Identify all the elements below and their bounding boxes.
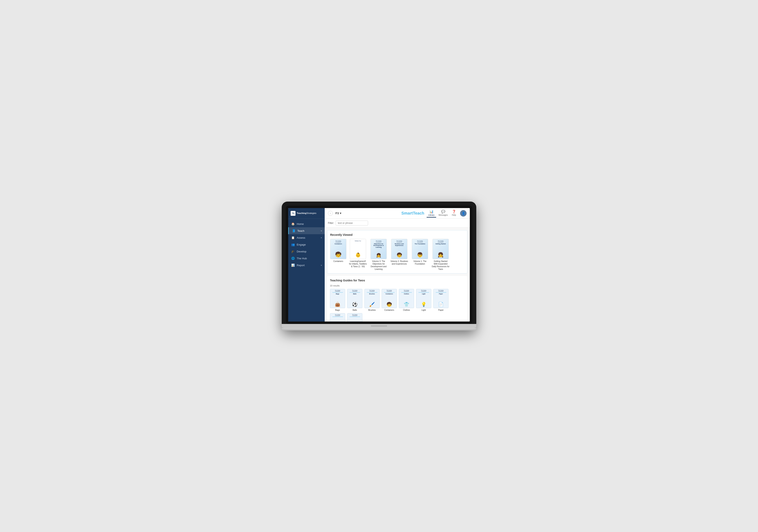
teaching-label: Balls — [353, 309, 357, 311]
teaching-book-bags[interactable]: The CreativeCurriculum® Bags 👜 Bags — [330, 289, 345, 311]
messages-action[interactable]: 💬 Messages — [437, 209, 450, 217]
book-label: Volume 3: The Objectives for Development… — [369, 260, 388, 271]
book-label: LearningGames® for Infants, Toddlers & T… — [349, 260, 367, 268]
teaching-book-more2[interactable]: The CreativeCurriculum® — [347, 313, 362, 321]
teaching-label: Light — [422, 309, 426, 311]
screen: TS TeachingStrategies 🏠 Home 📘 Teach ▾ — [288, 208, 470, 321]
messages-icon: 💬 — [441, 210, 445, 214]
book-item-containers[interactable]: The CreativeCurriculum® Containers 🧒 Con… — [330, 239, 346, 271]
teaching-book-more1[interactable]: The CreativeCurriculum® — [330, 313, 345, 321]
sidebar-item-home[interactable]: 🏠 Home — [288, 220, 325, 227]
sidebar-item-thehub[interactable]: 🌐 The Hub — [288, 255, 325, 262]
avatar[interactable]: 👤 — [460, 210, 466, 216]
sidebar-item-teach[interactable]: 📘 Teach ▾ — [288, 227, 325, 234]
brand-teach: Teach — [413, 211, 424, 216]
laptop-base — [282, 328, 476, 330]
book-item-volume2[interactable]: The CreativeCurriculum® Routines and Exp… — [390, 239, 408, 271]
collapse-icon: ‹ — [330, 212, 330, 214]
recently-viewed-section: Recently Viewed The CreativeCurriculum® … — [327, 230, 467, 274]
chevron-down-icon: ▾ — [321, 264, 322, 266]
topbar: ‹ IT2 ▾ SmartTeach 📊 Library — [325, 208, 470, 218]
recently-viewed-title: Recently Viewed — [330, 233, 464, 236]
teaching-book-clothes[interactable]: The CreativeCurriculum® Clothes 👕 Clothe… — [399, 289, 414, 311]
teaching-cover: The CreativeCurriculum® — [347, 313, 362, 321]
library-action[interactable]: 📊 Library — [427, 209, 436, 217]
teaching-book-paper[interactable]: The CreativeCurriculum® Paper 📄 Paper — [433, 289, 449, 311]
screen-bezel: TS TeachingStrategies 🏠 Home 📘 Teach ▾ — [286, 206, 472, 324]
sidebar-item-label: Teach — [297, 229, 304, 232]
messages-label: Messages — [438, 214, 448, 216]
sidebar-item-report[interactable]: 📊 Report ▾ — [288, 262, 325, 269]
chevron-down-icon: ▾ — [321, 230, 322, 232]
chevron-down-icon: ▾ — [321, 237, 322, 239]
teaching-label: Paper — [438, 309, 444, 311]
laptop-bottom — [282, 324, 476, 328]
teaching-guides-section: Teaching Guides for Twos 10 results The … — [327, 276, 467, 321]
teaching-cover: The CreativeCurriculum® Clothes 👕 — [399, 289, 414, 308]
laptop-frame: TS TeachingStrategies 🏠 Home 📘 Teach ▾ — [282, 202, 476, 330]
home-icon: 🏠 — [291, 222, 295, 225]
content-area: Recently Viewed The CreativeCurriculum® … — [325, 228, 470, 321]
book-cover: The CreativeCurriculum® The Foundation 👦 — [412, 239, 428, 259]
book-item-gettingstarted[interactable]: The CreativeCurriculum® Getting Started … — [431, 239, 450, 271]
engage-icon: 👥 — [291, 243, 295, 246]
brand-smart: Smart — [401, 211, 413, 216]
sidebar-item-label: Report — [297, 264, 305, 267]
collapse-button[interactable]: ‹ — [328, 211, 333, 216]
book-cover: The CreativeCurriculum® Routines and Exp… — [391, 239, 407, 259]
recently-viewed-books: The CreativeCurriculum® Containers 🧒 Con… — [330, 239, 464, 271]
report-icon: 📊 — [291, 264, 295, 267]
sidebar: TS TeachingStrategies 🏠 Home 📘 Teach ▾ — [288, 208, 325, 321]
teaching-cover: The CreativeCurriculum® Containers 🧒 — [382, 289, 397, 308]
teaching-cover: The CreativeCurriculum® Paper 📄 — [433, 289, 449, 308]
org-selector[interactable]: IT2 ▾ — [335, 212, 341, 215]
sidebar-item-label: Home — [297, 222, 304, 225]
book-item-learninggames[interactable]: Building Trust 👶 LearningGames® for Infa… — [349, 239, 367, 271]
book-item-volume3[interactable]: The CreativeCurriculum® Objectives for D… — [369, 239, 388, 271]
book-label: Containers — [333, 260, 343, 263]
book-cover: The CreativeCurriculum® Getting Started … — [432, 239, 449, 259]
topbar-actions: 📊 Library 💬 Messages ❓ Help — [427, 209, 458, 217]
book-cover: The CreativeCurriculum® Containers 🧒 — [330, 239, 346, 259]
library-icon: 📊 — [430, 210, 433, 214]
teaching-label: Containers — [384, 309, 394, 311]
filter-input[interactable] — [336, 220, 368, 225]
filter-label: Filter: — [328, 222, 334, 224]
teaching-guides-title: Teaching Guides for Twos — [330, 279, 465, 282]
sidebar-item-label: Develop — [297, 250, 306, 253]
book-cover: Building Trust 👶 — [350, 239, 366, 259]
teaching-label: Clothes — [403, 309, 410, 311]
library-label: Library — [428, 214, 434, 216]
sidebar-item-engage[interactable]: 👥 Engage — [288, 241, 325, 248]
sidebar-item-assess[interactable]: 📋 Assess ▾ — [288, 234, 325, 241]
logo-text: TeachingStrategies — [297, 212, 316, 215]
teaching-book-light[interactable]: The CreativeCurriculum® Light 💡 Light — [416, 289, 431, 311]
book-label: Getting Started With Expanded Daily Reso… — [431, 260, 450, 271]
book-label: Volume 2: Routines and Experiences — [390, 260, 408, 265]
help-action[interactable]: ❓ Help — [450, 209, 458, 217]
sidebar-item-label: Engage — [297, 243, 306, 246]
brand-name: SmartTeach — [401, 211, 424, 216]
book-label: Volume 1: The Foundation — [411, 260, 429, 265]
help-label: Help — [452, 214, 456, 216]
results-count: 10 results — [330, 284, 465, 287]
org-name: IT2 — [335, 212, 339, 215]
logo-icon: TS — [291, 211, 295, 216]
teaching-book-brushes[interactable]: The CreativeCurriculum® Brushes 🖌️ Brush… — [364, 289, 380, 311]
hub-icon: 🌐 — [291, 257, 295, 260]
chevron-down-icon: ▾ — [340, 212, 341, 215]
teaching-book-balls[interactable]: The CreativeCurriculum® Balls ⚽ Balls — [347, 289, 362, 311]
sidebar-item-develop[interactable]: 🎓 Develop — [288, 248, 325, 255]
teaching-books-grid: The CreativeCurriculum® Bags 👜 Bags The … — [330, 289, 465, 311]
teaching-label: Bags — [335, 309, 340, 311]
teaching-cover: The CreativeCurriculum® Balls ⚽ — [347, 289, 362, 308]
teaching-book-containers[interactable]: The CreativeCurriculum® Containers 🧒 Con… — [382, 289, 397, 311]
sidebar-item-label: Assess — [297, 236, 305, 239]
teach-icon: 📘 — [292, 229, 295, 232]
teaching-cover: The CreativeCurriculum® — [330, 313, 345, 321]
avatar-icon: 👤 — [462, 212, 465, 215]
teaching-cover: The CreativeCurriculum® Light 💡 — [416, 289, 431, 308]
sidebar-logo: TS TeachingStrategies — [288, 208, 325, 219]
book-item-volume1[interactable]: The CreativeCurriculum® The Foundation 👦… — [411, 239, 429, 271]
teaching-label: Brushes — [368, 309, 376, 311]
